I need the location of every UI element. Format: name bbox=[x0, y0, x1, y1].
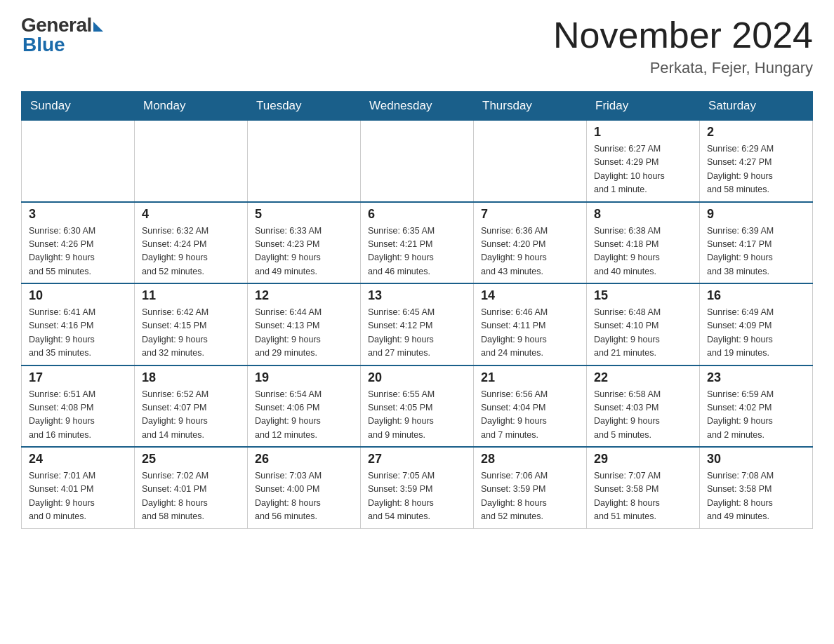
calendar-header-row: SundayMondayTuesdayWednesdayThursdayFrid… bbox=[22, 92, 813, 121]
day-number: 23 bbox=[707, 370, 805, 385]
day-info: Sunrise: 6:44 AMSunset: 4:13 PMDaylight:… bbox=[255, 306, 353, 361]
calendar-week-row: 10Sunrise: 6:41 AMSunset: 4:16 PMDayligh… bbox=[22, 283, 813, 365]
day-info: Sunrise: 7:07 AMSunset: 3:58 PMDaylight:… bbox=[594, 469, 692, 524]
day-info: Sunrise: 6:33 AMSunset: 4:23 PMDaylight:… bbox=[255, 224, 353, 279]
calendar-table: SundayMondayTuesdayWednesdayThursdayFrid… bbox=[21, 91, 813, 529]
calendar-cell: 1Sunrise: 6:27 AMSunset: 4:29 PMDaylight… bbox=[587, 121, 700, 202]
day-number: 29 bbox=[594, 452, 692, 467]
day-number: 16 bbox=[707, 288, 805, 303]
day-info: Sunrise: 6:56 AMSunset: 4:04 PMDaylight:… bbox=[481, 388, 579, 443]
calendar-cell: 9Sunrise: 6:39 AMSunset: 4:17 PMDaylight… bbox=[700, 202, 813, 284]
day-info: Sunrise: 7:01 AMSunset: 4:01 PMDaylight:… bbox=[29, 469, 127, 524]
calendar-cell: 8Sunrise: 6:38 AMSunset: 4:18 PMDaylight… bbox=[587, 202, 700, 284]
logo-triangle-icon bbox=[93, 22, 103, 32]
calendar-cell: 10Sunrise: 6:41 AMSunset: 4:16 PMDayligh… bbox=[22, 283, 135, 365]
day-info: Sunrise: 7:08 AMSunset: 3:58 PMDaylight:… bbox=[707, 469, 805, 524]
day-number: 3 bbox=[29, 207, 127, 222]
day-info: Sunrise: 6:32 AMSunset: 4:24 PMDaylight:… bbox=[142, 224, 240, 279]
calendar-cell: 27Sunrise: 7:05 AMSunset: 3:59 PMDayligh… bbox=[361, 447, 474, 528]
header-thursday: Thursday bbox=[474, 92, 587, 121]
day-number: 9 bbox=[707, 207, 805, 222]
calendar-cell: 23Sunrise: 6:59 AMSunset: 4:02 PMDayligh… bbox=[700, 365, 813, 448]
calendar-cell: 16Sunrise: 6:49 AMSunset: 4:09 PMDayligh… bbox=[700, 283, 813, 365]
day-number: 10 bbox=[29, 288, 127, 303]
day-number: 22 bbox=[594, 370, 692, 385]
day-info: Sunrise: 6:49 AMSunset: 4:09 PMDaylight:… bbox=[707, 306, 805, 361]
calendar-cell: 17Sunrise: 6:51 AMSunset: 4:08 PMDayligh… bbox=[22, 365, 135, 448]
page-header: General Blue November 2024 Perkata, Feje… bbox=[21, 14, 813, 77]
day-info: Sunrise: 6:48 AMSunset: 4:10 PMDaylight:… bbox=[594, 306, 692, 361]
day-number: 19 bbox=[255, 370, 353, 385]
calendar-cell: 2Sunrise: 6:29 AMSunset: 4:27 PMDaylight… bbox=[700, 121, 813, 202]
calendar-cell: 14Sunrise: 6:46 AMSunset: 4:11 PMDayligh… bbox=[474, 283, 587, 365]
logo: General Blue bbox=[21, 14, 103, 56]
day-number: 6 bbox=[368, 207, 466, 222]
day-number: 14 bbox=[481, 288, 579, 303]
day-info: Sunrise: 6:52 AMSunset: 4:07 PMDaylight:… bbox=[142, 388, 240, 443]
day-number: 28 bbox=[481, 452, 579, 467]
calendar-week-row: 1Sunrise: 6:27 AMSunset: 4:29 PMDaylight… bbox=[22, 121, 813, 202]
calendar-cell: 24Sunrise: 7:01 AMSunset: 4:01 PMDayligh… bbox=[22, 447, 135, 528]
calendar-cell: 5Sunrise: 6:33 AMSunset: 4:23 PMDaylight… bbox=[248, 202, 361, 284]
calendar-cell: 6Sunrise: 6:35 AMSunset: 4:21 PMDaylight… bbox=[361, 202, 474, 284]
calendar-title: November 2024 bbox=[553, 14, 813, 56]
day-info: Sunrise: 6:45 AMSunset: 4:12 PMDaylight:… bbox=[368, 306, 466, 361]
calendar-cell bbox=[22, 121, 135, 202]
day-info: Sunrise: 6:35 AMSunset: 4:21 PMDaylight:… bbox=[368, 224, 466, 279]
header-sunday: Sunday bbox=[22, 92, 135, 121]
calendar-cell bbox=[361, 121, 474, 202]
calendar-cell: 7Sunrise: 6:36 AMSunset: 4:20 PMDaylight… bbox=[474, 202, 587, 284]
day-info: Sunrise: 6:51 AMSunset: 4:08 PMDaylight:… bbox=[29, 388, 127, 443]
calendar-cell: 28Sunrise: 7:06 AMSunset: 3:59 PMDayligh… bbox=[474, 447, 587, 528]
day-number: 4 bbox=[142, 207, 240, 222]
calendar-cell: 19Sunrise: 6:54 AMSunset: 4:06 PMDayligh… bbox=[248, 365, 361, 448]
day-number: 30 bbox=[707, 452, 805, 467]
day-info: Sunrise: 6:39 AMSunset: 4:17 PMDaylight:… bbox=[707, 224, 805, 279]
calendar-cell: 29Sunrise: 7:07 AMSunset: 3:58 PMDayligh… bbox=[587, 447, 700, 528]
calendar-cell: 15Sunrise: 6:48 AMSunset: 4:10 PMDayligh… bbox=[587, 283, 700, 365]
day-number: 13 bbox=[368, 288, 466, 303]
day-number: 17 bbox=[29, 370, 127, 385]
header-saturday: Saturday bbox=[700, 92, 813, 121]
header-wednesday: Wednesday bbox=[361, 92, 474, 121]
header-tuesday: Tuesday bbox=[248, 92, 361, 121]
day-info: Sunrise: 6:27 AMSunset: 4:29 PMDaylight:… bbox=[594, 142, 692, 197]
day-info: Sunrise: 6:54 AMSunset: 4:06 PMDaylight:… bbox=[255, 388, 353, 443]
day-number: 12 bbox=[255, 288, 353, 303]
day-number: 2 bbox=[707, 125, 805, 140]
day-info: Sunrise: 7:06 AMSunset: 3:59 PMDaylight:… bbox=[481, 469, 579, 524]
header-monday: Monday bbox=[135, 92, 248, 121]
calendar-subtitle: Perkata, Fejer, Hungary bbox=[553, 59, 813, 77]
calendar-cell: 25Sunrise: 7:02 AMSunset: 4:01 PMDayligh… bbox=[135, 447, 248, 528]
day-number: 20 bbox=[368, 370, 466, 385]
calendar-cell: 20Sunrise: 6:55 AMSunset: 4:05 PMDayligh… bbox=[361, 365, 474, 448]
day-number: 26 bbox=[255, 452, 353, 467]
calendar-week-row: 24Sunrise: 7:01 AMSunset: 4:01 PMDayligh… bbox=[22, 447, 813, 528]
day-number: 11 bbox=[142, 288, 240, 303]
day-info: Sunrise: 6:41 AMSunset: 4:16 PMDaylight:… bbox=[29, 306, 127, 361]
day-number: 5 bbox=[255, 207, 353, 222]
calendar-cell: 3Sunrise: 6:30 AMSunset: 4:26 PMDaylight… bbox=[22, 202, 135, 284]
day-number: 21 bbox=[481, 370, 579, 385]
day-info: Sunrise: 7:03 AMSunset: 4:00 PMDaylight:… bbox=[255, 469, 353, 524]
day-number: 18 bbox=[142, 370, 240, 385]
day-info: Sunrise: 6:38 AMSunset: 4:18 PMDaylight:… bbox=[594, 224, 692, 279]
day-number: 8 bbox=[594, 207, 692, 222]
calendar-cell: 13Sunrise: 6:45 AMSunset: 4:12 PMDayligh… bbox=[361, 283, 474, 365]
calendar-week-row: 17Sunrise: 6:51 AMSunset: 4:08 PMDayligh… bbox=[22, 365, 813, 448]
calendar-cell: 21Sunrise: 6:56 AMSunset: 4:04 PMDayligh… bbox=[474, 365, 587, 448]
day-info: Sunrise: 6:42 AMSunset: 4:15 PMDaylight:… bbox=[142, 306, 240, 361]
calendar-cell: 30Sunrise: 7:08 AMSunset: 3:58 PMDayligh… bbox=[700, 447, 813, 528]
calendar-cell: 22Sunrise: 6:58 AMSunset: 4:03 PMDayligh… bbox=[587, 365, 700, 448]
calendar-cell: 26Sunrise: 7:03 AMSunset: 4:00 PMDayligh… bbox=[248, 447, 361, 528]
logo-blue-text: Blue bbox=[22, 34, 65, 56]
calendar-cell: 11Sunrise: 6:42 AMSunset: 4:15 PMDayligh… bbox=[135, 283, 248, 365]
day-number: 27 bbox=[368, 452, 466, 467]
header-friday: Friday bbox=[587, 92, 700, 121]
calendar-cell: 12Sunrise: 6:44 AMSunset: 4:13 PMDayligh… bbox=[248, 283, 361, 365]
title-section: November 2024 Perkata, Fejer, Hungary bbox=[553, 14, 813, 77]
calendar-cell bbox=[248, 121, 361, 202]
day-number: 15 bbox=[594, 288, 692, 303]
day-info: Sunrise: 6:29 AMSunset: 4:27 PMDaylight:… bbox=[707, 142, 805, 197]
calendar-cell: 18Sunrise: 6:52 AMSunset: 4:07 PMDayligh… bbox=[135, 365, 248, 448]
